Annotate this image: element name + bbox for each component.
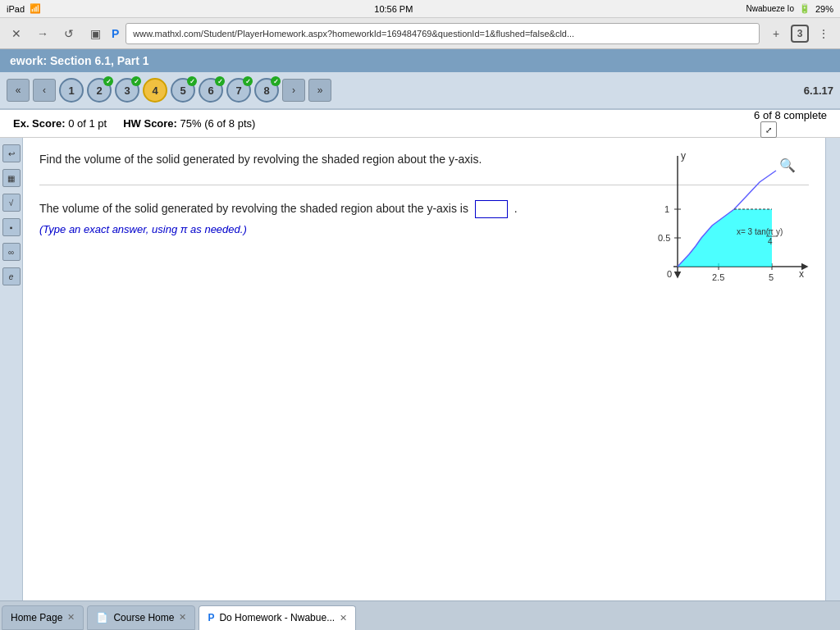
right-sidebar [825, 138, 840, 600]
close-button[interactable]: ✕ [7, 24, 26, 43]
question-btn-8[interactable]: 8✓ [254, 78, 279, 103]
do-homework-icon: P [208, 612, 214, 623]
expand-button[interactable]: ⤢ [760, 121, 777, 138]
edit-tool[interactable]: e [2, 267, 21, 285]
battery-level: 29% [815, 4, 833, 14]
svg-text:π: π [768, 227, 774, 236]
hw-score-value: 75% (6 of 8 pts) [180, 117, 256, 130]
ex-score-label: Ex. Score: [13, 117, 66, 130]
brand-label: Nwabueze Io [746, 4, 794, 13]
forward-button[interactable]: → [33, 24, 52, 43]
left-sidebar: ↩ ▦ √ ▪ ∞ e [0, 138, 23, 600]
graph-container: 🔍 y x 1 [645, 148, 809, 295]
question-btn-4[interactable]: 4 [143, 78, 167, 103]
question-btn-2[interactable]: 2✓ [87, 78, 112, 103]
svg-text:4: 4 [768, 237, 773, 246]
answer-suffix: . [514, 202, 518, 215]
tab-home-page-label: Home Page [11, 612, 62, 623]
battery-icon: 🔋 [799, 3, 810, 14]
tab-count: 3 [791, 25, 809, 43]
score-bar: Ex. Score: 0 of 1 pt HW Score: 75% (6 of… [0, 110, 840, 138]
radical-tool[interactable]: √ [2, 194, 21, 212]
answer-prefix: The volume of the solid generated by rev… [39, 202, 468, 215]
format-tool[interactable]: ▪ [2, 218, 21, 236]
answer-hint: (Type an exact answer, using π as needed… [39, 223, 247, 235]
undo-tool[interactable]: ↩ [2, 144, 21, 162]
favicon: P [112, 27, 119, 40]
skip-back-button[interactable]: « [7, 79, 30, 102]
grid-tool[interactable]: ▦ [2, 169, 21, 187]
browser-toolbar: ✕ → ↺ ▣ P + 3 ⋮ [0, 18, 840, 49]
next-question-button[interactable]: › [282, 79, 305, 102]
section-number: 6.1.17 [804, 84, 833, 97]
toolbar-right: + 3 ⋮ [766, 24, 833, 43]
video-button[interactable]: ▣ [85, 24, 105, 43]
svg-text:y): y) [776, 227, 783, 236]
tab-bar: Home Page ✕ 📄 Course Home ✕ P Do Homewor… [0, 600, 840, 630]
address-bar[interactable] [126, 23, 760, 44]
svg-text:y: y [681, 150, 686, 162]
svg-text:2.5: 2.5 [712, 272, 724, 282]
hw-score-label: HW Score: [123, 117, 177, 130]
question-nav: « ‹ 1 2✓ 3✓ 4 5✓ 6✓ 7✓ 8✓ › » 6.1.17 [0, 72, 840, 110]
tab-home-page[interactable]: Home Page ✕ [2, 605, 84, 630]
answer-input[interactable] [475, 200, 508, 218]
magnify-icon[interactable]: 🔍 [779, 158, 796, 173]
svg-text:x: x [799, 268, 804, 280]
ex-score-value: 0 of 1 pt [68, 117, 107, 130]
more-button[interactable]: ⋮ [814, 24, 833, 43]
svg-text:5: 5 [769, 272, 774, 282]
hw-score: HW Score: 75% (6 of 8 pts) [123, 117, 255, 130]
question-btn-1[interactable]: 1 [59, 78, 84, 103]
question-btn-6[interactable]: 6✓ [199, 78, 223, 103]
svg-text:x= 3 tan(: x= 3 tan( [737, 227, 769, 236]
main-content: ↩ ▦ √ ▪ ∞ e Find the volume of the solid… [0, 138, 840, 600]
question-btn-7[interactable]: 7✓ [226, 78, 251, 103]
question-content: Find the volume of the solid generated b… [23, 138, 825, 600]
tab-course-home[interactable]: 📄 Course Home ✕ [87, 605, 195, 630]
tab-close-course[interactable]: ✕ [179, 612, 186, 623]
svg-text:0.5: 0.5 [658, 233, 670, 243]
tab-close-homework[interactable]: ✕ [340, 613, 347, 623]
status-left: iPad 📶 [7, 3, 41, 14]
tab-close-home[interactable]: ✕ [67, 612, 75, 623]
tab-do-homework[interactable]: P Do Homework - Nwabue... ✕ [199, 605, 356, 630]
add-tab-button[interactable]: + [766, 24, 786, 43]
wifi-icon: 📶 [30, 3, 41, 14]
ex-score: Ex. Score: 0 of 1 pt [13, 117, 107, 130]
question-btn-3[interactable]: 3✓ [115, 78, 139, 103]
question-btn-5[interactable]: 5✓ [171, 78, 195, 103]
page-header: ework: Section 6.1, Part 1 [0, 49, 840, 72]
status-time: 10:56 PM [374, 4, 413, 14]
page-title: ework: Section 6.1, Part 1 [10, 54, 149, 67]
complete-status: 6 of 8 complete ⤢ [754, 109, 827, 138]
svg-marker-13 [678, 209, 772, 267]
infinity-tool[interactable]: ∞ [2, 243, 21, 261]
course-home-icon: 📄 [96, 612, 108, 623]
status-bar: iPad 📶 10:56 PM Nwabueze Io 🔋 29% [0, 0, 840, 18]
svg-text:1: 1 [664, 204, 669, 214]
prev-question-button[interactable]: ‹ [33, 79, 56, 102]
tab-do-homework-label: Do Homework - Nwabue... [219, 612, 335, 623]
complete-label: 6 of 8 complete [754, 109, 827, 121]
svg-text:0: 0 [667, 269, 672, 279]
device-label: iPad [7, 4, 25, 14]
status-right: Nwabueze Io 🔋 29% [746, 3, 833, 14]
tab-course-home-label: Course Home [113, 612, 174, 623]
skip-next-button[interactable]: » [308, 79, 331, 102]
refresh-button[interactable]: ↺ [59, 24, 79, 43]
